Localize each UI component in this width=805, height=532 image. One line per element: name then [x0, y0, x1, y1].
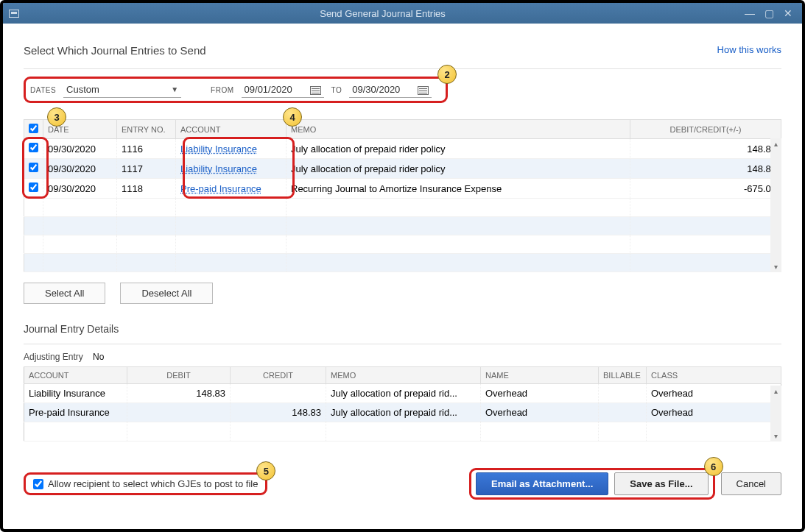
- divider: [24, 344, 781, 344]
- cell-memo: July allocation of prepaid rid...: [326, 384, 481, 403]
- to-date-field[interactable]: 09/30/2020: [349, 82, 432, 98]
- cell-memo: July allocation of prepaid rider policy: [287, 139, 630, 159]
- allow-recipient-label: Allow recipient to select which GJEs to …: [48, 478, 258, 489]
- chevron-down-icon: ▼: [171, 85, 178, 93]
- calendar-icon[interactable]: [418, 85, 429, 95]
- select-all-checkbox[interactable]: [29, 124, 38, 133]
- cell-entry: 1118: [117, 179, 176, 199]
- cell-account-link[interactable]: Liability Insurance: [176, 159, 287, 179]
- close-button[interactable]: ✕: [780, 7, 796, 20]
- cell-billable: [599, 403, 647, 422]
- col-name[interactable]: NAME: [481, 367, 599, 384]
- cell-entry: 1117: [117, 159, 176, 179]
- step-badge-5: 5: [256, 461, 275, 480]
- col-date[interactable]: DATE: [43, 120, 117, 139]
- action-buttons-box: Email as Attachment... Save as File... 6: [469, 468, 715, 500]
- scroll-down-icon[interactable]: ▾: [770, 261, 781, 272]
- cell-billable: [599, 384, 647, 403]
- save-as-file-button[interactable]: Save as File...: [614, 472, 708, 495]
- cell-account: Liability Insurance: [24, 384, 127, 403]
- adjusting-entry-row: Adjusting Entry No: [24, 352, 781, 362]
- help-link[interactable]: How this works: [717, 44, 781, 55]
- row-checkbox[interactable]: [29, 143, 38, 152]
- table-row-empty: [24, 235, 781, 254]
- dates-value: Custom: [66, 84, 99, 95]
- titlebar: Send General Journal Entries — ▢ ✕: [3, 3, 802, 24]
- cell-name: Overhead: [481, 403, 599, 422]
- from-date-field[interactable]: 09/01/2020: [242, 82, 324, 98]
- row-checkbox[interactable]: [29, 163, 38, 172]
- cell-date: 09/30/2020: [43, 159, 117, 179]
- cell-debit: [127, 403, 231, 422]
- table-row[interactable]: Pre-paid Insurance 148.83 July allocatio…: [24, 403, 781, 422]
- table-row[interactable]: 09/30/2020 1118 Pre-paid Insurance Recur…: [24, 179, 781, 199]
- col-billable[interactable]: BILLABLE: [599, 367, 647, 384]
- from-label: FROM: [211, 86, 233, 94]
- adjusting-value: No: [93, 352, 104, 362]
- window-icon: [9, 10, 24, 18]
- email-attachment-button[interactable]: Email as Attachment...: [476, 472, 608, 495]
- cell-credit: 148.83: [231, 403, 326, 422]
- window-title: Send General Journal Entries: [24, 8, 742, 19]
- cell-account-link[interactable]: Liability Insurance: [176, 139, 287, 159]
- cell-date: 09/30/2020: [43, 179, 117, 199]
- cell-dc: 148.83: [630, 139, 781, 159]
- minimize-button[interactable]: —: [742, 7, 758, 20]
- maximize-button[interactable]: ▢: [761, 7, 777, 20]
- to-label: TO: [331, 86, 342, 94]
- dates-dropdown[interactable]: Custom ▼: [63, 82, 181, 98]
- cell-name: Overhead: [481, 384, 599, 403]
- adjusting-label: Adjusting Entry: [24, 352, 83, 362]
- page-title: Select Which Journal Entries to Send: [24, 44, 206, 57]
- cell-memo: July allocation of prepaid rider policy: [287, 159, 630, 179]
- cell-class: Overhead: [647, 384, 781, 403]
- table-row[interactable]: 09/30/2020 1116 Liability Insurance July…: [24, 139, 781, 159]
- to-date-value: 09/30/2020: [352, 84, 400, 95]
- scroll-up-icon[interactable]: ▴: [770, 386, 781, 397]
- col-entry[interactable]: ENTRY NO.: [117, 120, 176, 139]
- scroll-up-icon[interactable]: ▴: [770, 138, 781, 149]
- cell-dc: -675.00: [630, 179, 781, 199]
- cancel-button[interactable]: Cancel: [721, 472, 781, 495]
- vertical-scrollbar[interactable]: ▴ ▾: [770, 386, 781, 441]
- date-filter-bar: DATES Custom ▼ FROM 09/01/2020 TO 09/30/…: [24, 77, 448, 103]
- from-date-value: 09/01/2020: [245, 84, 292, 95]
- details-title: Journal Entry Details: [24, 323, 781, 335]
- cell-entry: 1116: [117, 139, 176, 159]
- table-row-empty: [24, 199, 781, 217]
- table-row-empty: [24, 217, 781, 235]
- cell-debit: 148.83: [127, 384, 231, 403]
- col-class[interactable]: CLASS: [647, 367, 781, 384]
- col-account[interactable]: ACCOUNT: [176, 120, 287, 139]
- cell-date: 09/30/2020: [43, 139, 117, 159]
- col-debit-credit[interactable]: DEBIT/CREDIT(+/-): [630, 120, 781, 139]
- table-row-empty: [24, 422, 781, 441]
- allow-recipient-box: Allow recipient to select which GJEs to …: [24, 472, 267, 495]
- scroll-down-icon[interactable]: ▾: [770, 430, 781, 441]
- cell-dc: 148.83: [630, 159, 781, 179]
- vertical-scrollbar[interactable]: ▴ ▾: [770, 138, 781, 272]
- cell-account-link[interactable]: Pre-paid Insurance: [176, 179, 287, 199]
- select-all-button[interactable]: Select All: [24, 283, 105, 304]
- cell-memo: July allocation of prepaid rid...: [326, 403, 481, 422]
- col-credit[interactable]: CREDIT: [231, 367, 326, 384]
- col-memo[interactable]: MEMO: [326, 367, 481, 384]
- dates-label: DATES: [30, 86, 56, 94]
- calendar-icon[interactable]: [310, 85, 321, 95]
- table-row[interactable]: Liability Insurance 148.83 July allocati…: [24, 384, 781, 403]
- journal-details-grid: ACCOUNT DEBIT CREDIT MEMO NAME BILLABLE …: [24, 366, 781, 441]
- cell-memo: Recurring Journal to Amortize Insurance …: [287, 179, 630, 199]
- col-memo[interactable]: MEMO: [287, 120, 630, 139]
- row-checkbox[interactable]: [29, 182, 38, 192]
- cell-account: Pre-paid Insurance: [24, 403, 127, 422]
- deselect-all-button[interactable]: Deselect All: [120, 283, 213, 304]
- allow-recipient-checkbox[interactable]: [33, 479, 43, 489]
- cell-credit: [231, 384, 326, 403]
- cell-class: Overhead: [647, 403, 781, 422]
- col-debit[interactable]: DEBIT: [127, 367, 231, 384]
- divider: [24, 68, 781, 69]
- table-row-empty: [24, 254, 781, 272]
- journal-entries-grid: DATE ENTRY NO. ACCOUNT MEMO DEBIT/CREDIT…: [24, 119, 781, 272]
- col-account[interactable]: ACCOUNT: [24, 367, 127, 384]
- table-row[interactable]: 09/30/2020 1117 Liability Insurance July…: [24, 159, 781, 179]
